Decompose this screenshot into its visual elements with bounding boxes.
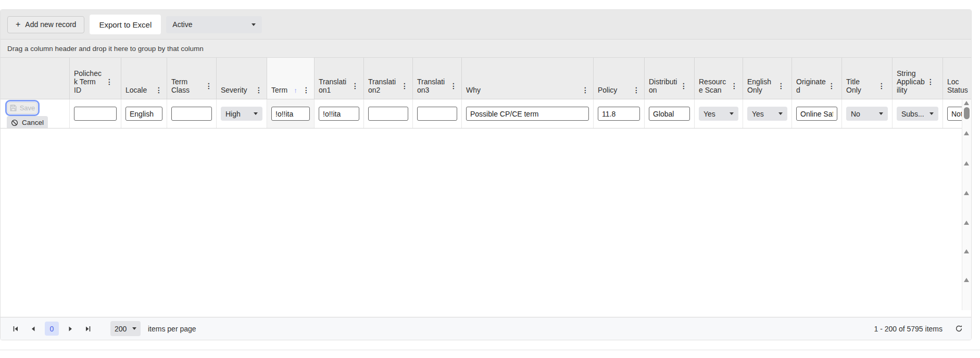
column-header-severity[interactable]: Severity ⋮ bbox=[217, 58, 267, 99]
first-page-button[interactable] bbox=[7, 321, 24, 337]
status-filter-dropdown[interactable]: Active bbox=[166, 16, 262, 33]
column-title: Policy bbox=[598, 86, 631, 94]
resource-scan-dropdown[interactable]: Yes bbox=[699, 107, 738, 121]
column-menu-icon[interactable]: ⋮ bbox=[255, 86, 262, 94]
plus-icon: + bbox=[16, 20, 20, 29]
policy-input[interactable] bbox=[598, 107, 640, 121]
last-page-button[interactable] bbox=[79, 321, 97, 337]
cancel-button-label: Cancel bbox=[22, 119, 44, 126]
add-new-record-button[interactable]: + Add new record bbox=[7, 16, 84, 33]
column-menu-icon[interactable]: ⋮ bbox=[351, 82, 359, 90]
column-menu-icon[interactable]: ⋮ bbox=[633, 86, 640, 94]
policheck-term-id-input[interactable] bbox=[74, 107, 117, 121]
scroll-up-icon[interactable] bbox=[964, 131, 969, 135]
term-class-input[interactable] bbox=[171, 107, 212, 121]
column-title: Resource Scan bbox=[699, 78, 729, 94]
page-bottom-divider bbox=[0, 350, 980, 350]
column-menu-icon[interactable]: ⋮ bbox=[303, 86, 310, 94]
column-title: String Applicability bbox=[897, 69, 925, 94]
column-menu-icon[interactable]: ⋮ bbox=[582, 86, 589, 94]
column-menu-icon[interactable]: ⋮ bbox=[680, 82, 687, 90]
column-header-locale[interactable]: Locale ⋮ bbox=[121, 58, 167, 99]
column-header-resource-scan[interactable]: Resource Scan ⋮ bbox=[695, 58, 743, 99]
originated-cell bbox=[792, 99, 842, 128]
status-filter-value: Active bbox=[172, 20, 192, 29]
scroll-up-icon[interactable] bbox=[964, 101, 969, 105]
column-menu-icon[interactable]: ⋮ bbox=[205, 82, 212, 90]
cancel-button[interactable]: Cancel bbox=[7, 116, 48, 129]
scrollbar-thumb[interactable] bbox=[964, 107, 970, 119]
add-new-record-label: Add new record bbox=[25, 20, 76, 29]
cancel-slash-circle-icon bbox=[11, 119, 18, 126]
originated-input[interactable] bbox=[796, 107, 837, 121]
column-header-policy[interactable]: Policy ⋮ bbox=[594, 58, 645, 99]
column-menu-icon[interactable]: ⋮ bbox=[731, 82, 738, 90]
scroll-up-icon[interactable] bbox=[964, 161, 969, 165]
column-menu-icon[interactable]: ⋮ bbox=[401, 82, 408, 90]
translation1-input[interactable] bbox=[319, 107, 359, 121]
column-title: Translation1 bbox=[319, 78, 350, 94]
column-header-translation1[interactable]: Translation1 ⋮ bbox=[315, 58, 364, 99]
items-per-page-label: items per page bbox=[148, 325, 196, 333]
current-page-button[interactable]: 0 bbox=[45, 322, 59, 336]
english-only-dropdown[interactable]: Yes bbox=[747, 107, 787, 121]
column-menu-icon[interactable]: ⋮ bbox=[155, 86, 162, 94]
column-header-distribution[interactable]: Distribution ⋮ bbox=[645, 58, 695, 99]
next-page-button[interactable] bbox=[61, 321, 79, 337]
translation1-cell bbox=[315, 99, 364, 128]
translation2-input[interactable] bbox=[368, 107, 408, 121]
scroll-up-icon[interactable] bbox=[964, 249, 969, 253]
term-cell bbox=[267, 99, 315, 128]
column-header-policheck-term-id[interactable]: Policheck Term ID ⋮ bbox=[70, 58, 121, 99]
column-title: Term bbox=[271, 86, 287, 94]
why-input[interactable] bbox=[466, 107, 589, 121]
chevron-down-icon bbox=[929, 112, 934, 115]
column-header-term-class[interactable]: Term Class ⋮ bbox=[167, 58, 217, 99]
scroll-up-icon[interactable] bbox=[964, 221, 969, 225]
column-header-actions bbox=[1, 58, 70, 99]
locale-input[interactable] bbox=[125, 107, 162, 121]
vertical-scrollbar[interactable] bbox=[962, 99, 971, 310]
resource-scan-cell: Yes bbox=[695, 99, 743, 128]
locale-cell bbox=[121, 99, 167, 128]
column-menu-icon[interactable]: ⋮ bbox=[828, 82, 835, 90]
term-input[interactable] bbox=[271, 107, 310, 121]
column-header-why[interactable]: Why ⋮ bbox=[462, 58, 594, 99]
scroll-up-icon[interactable] bbox=[964, 191, 969, 195]
distribution-input[interactable] bbox=[649, 107, 690, 121]
translation3-input[interactable] bbox=[417, 107, 457, 121]
title-only-dropdown[interactable]: No bbox=[846, 107, 888, 121]
column-header-translation3[interactable]: Translation3 ⋮ bbox=[413, 58, 462, 99]
refresh-button[interactable] bbox=[955, 325, 963, 333]
column-title: Why bbox=[466, 86, 580, 94]
pager-bar: 0 200 items per page 1 - 200 of 5795 ite… bbox=[1, 317, 971, 340]
scroll-up-icon[interactable] bbox=[964, 278, 969, 282]
column-header-term[interactable]: Term ↑ ⋮ bbox=[267, 58, 315, 99]
column-header-string-applicability[interactable]: String Applicability ⋮ bbox=[893, 58, 943, 99]
column-menu-icon[interactable]: ⋮ bbox=[777, 82, 785, 90]
translation3-cell bbox=[413, 99, 462, 128]
first-page-icon bbox=[12, 326, 19, 332]
export-to-excel-button[interactable]: Export to Excel bbox=[90, 15, 161, 34]
group-drop-panel[interactable]: Drag a column header and drop it here to… bbox=[1, 40, 971, 58]
page-size-dropdown[interactable]: 200 bbox=[110, 321, 141, 336]
column-title: Originated bbox=[796, 78, 826, 94]
previous-page-button[interactable] bbox=[24, 321, 42, 337]
translation2-cell bbox=[364, 99, 413, 128]
column-header-originated[interactable]: Originated ⋮ bbox=[792, 58, 842, 99]
chevron-down-icon bbox=[132, 327, 136, 330]
column-header-title-only[interactable]: Title Only ⋮ bbox=[842, 58, 893, 99]
string-applicability-dropdown[interactable]: Subs... bbox=[897, 107, 938, 121]
column-menu-icon[interactable]: ⋮ bbox=[106, 78, 113, 85]
column-header-loc-status[interactable]: Loc Status bbox=[943, 58, 971, 99]
severity-dropdown[interactable]: High bbox=[221, 107, 262, 121]
previous-page-icon bbox=[30, 326, 36, 332]
column-menu-icon[interactable]: ⋮ bbox=[450, 82, 457, 90]
save-button[interactable]: Save bbox=[7, 102, 37, 114]
column-header-english-only[interactable]: English Only ⋮ bbox=[743, 58, 792, 99]
save-button-label: Save bbox=[20, 104, 35, 112]
column-header-translation2[interactable]: Translation2 ⋮ bbox=[364, 58, 413, 99]
chevron-down-icon bbox=[730, 112, 734, 115]
column-menu-icon[interactable]: ⋮ bbox=[878, 82, 885, 90]
column-menu-icon[interactable]: ⋮ bbox=[927, 78, 934, 85]
